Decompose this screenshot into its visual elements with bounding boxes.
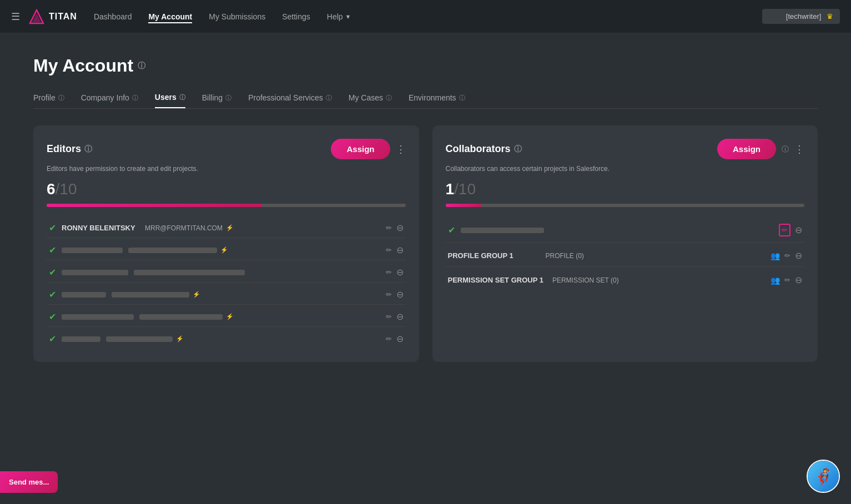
collaborators-assign-button[interactable]: Assign: [717, 139, 776, 159]
nav-right: [techwriter] ♛: [762, 9, 840, 24]
tab-profservices-info-icon: ⓘ: [326, 94, 332, 102]
user-email: ⚡: [106, 335, 380, 342]
remove-icon[interactable]: ⊖: [396, 223, 404, 233]
user-active-icon: ✔: [49, 334, 56, 344]
tab-professional-services[interactable]: Professional Services ⓘ: [248, 93, 332, 108]
remove-icon[interactable]: ⊖: [795, 225, 802, 235]
user-actions: ✏ ⊖: [386, 267, 404, 278]
edit-icon[interactable]: ✏: [386, 313, 392, 321]
collaborators-user-list: ✔ ✏ ⊖ PROFILE GROUP 1 PROFILE (0) 👥 ✏: [446, 218, 805, 291]
table-row: PERMISSION SET GROUP 1 PERMISSION SET (0…: [446, 269, 805, 291]
user-active-icon: ✔: [49, 223, 56, 233]
user-name-blurred: [62, 292, 106, 298]
lightning-icon: ⚡: [193, 291, 200, 298]
help-down-icon: ▼: [345, 13, 351, 20]
collaborators-header-info-icon: ⓘ: [782, 144, 789, 154]
table-row: ✔ ✏ ⊖: [446, 218, 805, 243]
remove-icon[interactable]: ⊖: [396, 334, 404, 344]
user-name-blurred: [62, 270, 128, 275]
send-message-button[interactable]: Send mes...: [0, 471, 58, 493]
nav-link-dashboard[interactable]: Dashboard: [94, 10, 132, 23]
remove-icon[interactable]: ⊖: [396, 267, 404, 278]
user-active-icon: ✔: [49, 311, 56, 322]
user-email: ⚡: [128, 246, 380, 254]
user-email: ⚡: [112, 291, 380, 298]
group-type: PROFILE (0): [546, 252, 762, 260]
table-row: ✔ ⚡ ✏ ⊖: [47, 307, 406, 327]
edit-icon[interactable]: ✏: [386, 290, 392, 299]
tab-company-info[interactable]: Company Info ⓘ: [81, 93, 138, 108]
tab-users[interactable]: Users ⓘ: [155, 93, 185, 108]
user-active-icon: ✔: [49, 267, 56, 278]
nav-user-box[interactable]: [techwriter] ♛: [762, 9, 840, 24]
page-title-info-icon[interactable]: ⓘ: [138, 61, 145, 71]
group-people-icon[interactable]: 👥: [771, 276, 780, 285]
support-avatar-button[interactable]: 🦸: [807, 460, 840, 493]
editors-assign-button[interactable]: Assign: [331, 139, 390, 159]
remove-icon[interactable]: ⊖: [396, 311, 404, 322]
user-email: [134, 270, 380, 275]
edit-icon[interactable]: ✏: [386, 335, 392, 343]
tab-mycases-info-icon: ⓘ: [386, 94, 392, 102]
editors-usage-count: 6/10: [47, 180, 406, 198]
tab-users-info-icon: ⓘ: [179, 93, 185, 102]
remove-icon[interactable]: ⊖: [396, 289, 404, 300]
tabs: Profile ⓘ Company Info ⓘ Users ⓘ Billing…: [33, 93, 818, 109]
user-name: RONNY BELENITSKY: [62, 224, 139, 232]
user-actions: ✏ ⊖: [386, 334, 404, 344]
group-name: PERMISSION SET GROUP 1: [448, 276, 543, 284]
tab-billing-info-icon: ⓘ: [225, 94, 231, 102]
user-actions: ✏ ⊖: [386, 311, 404, 322]
table-row: PROFILE GROUP 1 PROFILE (0) 👥 ✏ ⊖: [446, 245, 805, 267]
crown-icon: ♛: [827, 12, 833, 21]
table-row: ✔ ⚡ ✏ ⊖: [47, 285, 406, 305]
user-actions: ✏ ⊖: [386, 245, 404, 255]
collaborators-info-icon[interactable]: ⓘ: [514, 144, 522, 154]
group-people-icon[interactable]: 👥: [771, 251, 780, 260]
edit-icon[interactable]: ✏: [386, 224, 392, 232]
tab-billing[interactable]: Billing ⓘ: [202, 93, 231, 108]
tab-environments-info-icon: ⓘ: [459, 94, 465, 102]
nav-link-help[interactable]: Help ▼: [327, 10, 351, 23]
group-actions: 👥 ✏ ⊖: [771, 250, 802, 261]
editors-more-icon[interactable]: ⋮: [396, 143, 406, 155]
tab-my-cases[interactable]: My Cases ⓘ: [349, 93, 392, 108]
edit-icon-highlighted[interactable]: ✏: [779, 224, 790, 236]
collaborators-card: Collaborators ⓘ Assign ⓘ ⋮ Collaborators…: [432, 125, 818, 362]
editors-progress-bar-fill: [47, 204, 262, 207]
cards-row: Editors ⓘ Assign ⋮ Editors have permissi…: [33, 125, 818, 362]
editors-card-header: Editors ⓘ Assign ⋮: [47, 139, 406, 159]
collaborators-more-icon[interactable]: ⋮: [794, 143, 804, 155]
edit-icon[interactable]: ✏: [784, 276, 790, 284]
remove-icon[interactable]: ⊖: [795, 275, 802, 285]
svg-marker-1: [32, 13, 41, 22]
user-actions: ✏ ⊖: [779, 224, 802, 236]
editors-card-header-right: Assign ⋮: [331, 139, 405, 159]
tab-environments[interactable]: Environments ⓘ: [409, 93, 465, 108]
hamburger-menu[interactable]: ☰: [11, 11, 20, 23]
tab-companyinfo-info-icon: ⓘ: [132, 94, 138, 102]
nav-link-myaccount[interactable]: My Account: [148, 10, 192, 23]
nav-link-mysubmissions[interactable]: My Submissions: [209, 10, 265, 23]
titan-logo-icon: [29, 9, 44, 24]
edit-icon[interactable]: ✏: [386, 246, 392, 254]
remove-icon[interactable]: ⊖: [795, 250, 802, 261]
page-content: My Account ⓘ Profile ⓘ Company Info ⓘ Us…: [0, 33, 851, 384]
collaborators-progress-bar-bg: [446, 204, 805, 207]
editors-info-icon[interactable]: ⓘ: [84, 144, 92, 154]
nav-links: Dashboard My Account My Submissions Sett…: [94, 10, 762, 23]
editors-user-list: ✔ RONNY BELENITSKY MRR@FORMTITAN.COM ⚡ ✏…: [47, 218, 406, 349]
collaborators-card-title: Collaborators ⓘ: [446, 143, 522, 155]
user-name-blurred: [62, 314, 134, 320]
edit-icon[interactable]: ✏: [784, 251, 790, 260]
collaborators-progress-bar-fill: [446, 204, 482, 207]
nav-logo: TITAN: [29, 9, 77, 24]
nav-link-settings[interactable]: Settings: [282, 10, 310, 23]
lightning-icon: ⚡: [226, 313, 234, 320]
collaborators-card-description: Collaborators can access certain project…: [446, 165, 805, 173]
group-actions: 👥 ✏ ⊖: [771, 275, 802, 285]
remove-icon[interactable]: ⊖: [396, 245, 404, 255]
edit-icon[interactable]: ✏: [386, 268, 392, 276]
table-row: ✔ ⚡ ✏ ⊖: [47, 240, 406, 260]
tab-profile[interactable]: Profile ⓘ: [33, 93, 64, 108]
